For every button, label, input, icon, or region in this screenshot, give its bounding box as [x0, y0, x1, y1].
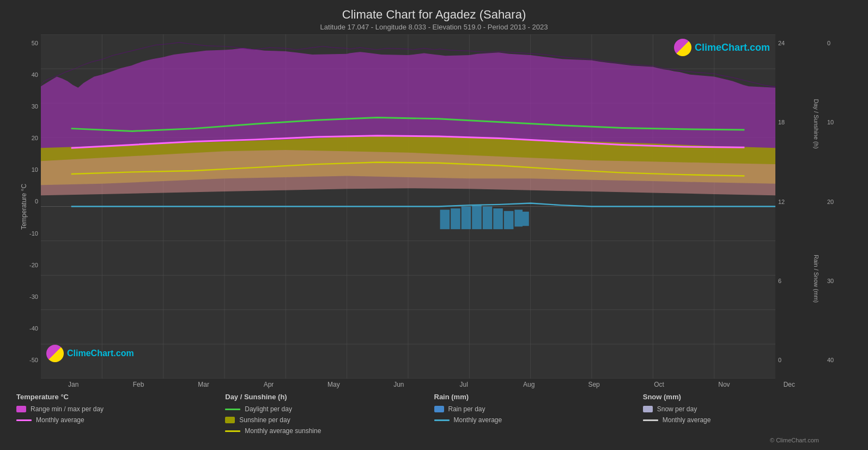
legend-item-rain-swatch: Rain per day [434, 405, 643, 413]
svg-rect-27 [440, 209, 450, 229]
y-axis-left: Temperature °C 50 40 30 20 10 0 -10 -20 … [11, 34, 41, 379]
legend-col-temperature: Temperature °C Range min / max per day M… [16, 393, 225, 435]
legend-col-rain: Rain (mm) Rain per day Monthly average [434, 393, 643, 435]
chart-plot-area: ClimeChart.com ClimeChart.com [41, 34, 775, 379]
legend-title-temperature: Temperature °C [16, 393, 225, 401]
legend-item-monthly-avg-rain: Monthly average [434, 416, 643, 424]
copyright: © ClimeChart.com [11, 437, 857, 445]
legend-item-monthly-avg-snow: Monthly average [643, 416, 852, 424]
legend-col-snow: Snow (mm) Snow per day Monthly average [643, 393, 852, 435]
legend: Temperature °C Range min / max per day M… [11, 388, 857, 437]
legend-line-daylight [225, 409, 240, 410]
legend-swatch-rain [434, 406, 444, 412]
x-axis: Jan Feb Mar Apr May Jun Jul Aug Sep Oct … [41, 379, 822, 388]
legend-item-range: Range min / max per day [16, 405, 225, 413]
right-axis-label-group: Day / Sunshine (h) Rain / Snow (mm) [808, 34, 824, 379]
right-axis-rain-label: Rain / Snow (mm) [813, 255, 820, 303]
legend-item-snow-swatch: Snow per day [643, 405, 852, 413]
watermark-top-right: ClimeChart.com [674, 39, 770, 56]
svg-rect-29 [462, 207, 471, 230]
svg-rect-34 [514, 209, 523, 226]
chart-title: Climate Chart for Agadez (Sahara) [11, 8, 857, 22]
legend-title-sunshine: Day / Sunshine (h) [225, 393, 434, 401]
legend-swatch-snow [643, 406, 653, 412]
legend-swatch-sunshine [225, 417, 235, 423]
y-axis-right-sunshine: 24 18 12 6 0 [775, 34, 808, 379]
legend-title-rain: Rain (mm) [434, 393, 643, 401]
chart-subtitle: Latitude 17.047 - Longitude 8.033 - Elev… [11, 23, 857, 31]
legend-line-monthly-temp [16, 419, 32, 421]
legend-item-monthly-avg-sunshine: Monthly average sunshine [225, 427, 434, 435]
legend-line-monthly-snow [643, 419, 658, 421]
legend-col-sunshine: Day / Sunshine (h) Daylight per day Suns… [225, 393, 434, 435]
y-axis-left-label: Temperature °C [20, 183, 28, 229]
legend-item-sunshine-swatch: Sunshine per day [225, 416, 434, 424]
legend-line-monthly-sunshine [225, 430, 240, 432]
legend-item-monthly-avg-temp: Monthly average [16, 416, 225, 424]
svg-rect-35 [523, 212, 529, 226]
y-axis-right-rain: 0 10 20 30 40 [824, 34, 857, 379]
svg-rect-32 [493, 208, 503, 229]
legend-item-daylight: Daylight per day [225, 405, 434, 413]
svg-rect-28 [451, 208, 460, 229]
svg-rect-30 [472, 205, 482, 229]
legend-line-monthly-rain [434, 419, 450, 421]
svg-rect-33 [504, 211, 514, 229]
svg-rect-31 [483, 207, 493, 230]
legend-swatch-range [16, 406, 26, 412]
right-axis-sunshine-label: Day / Sunshine (h) [813, 99, 820, 148]
watermark-bottom-left: ClimeChart.com [46, 345, 134, 362]
legend-title-snow: Snow (mm) [643, 393, 852, 401]
